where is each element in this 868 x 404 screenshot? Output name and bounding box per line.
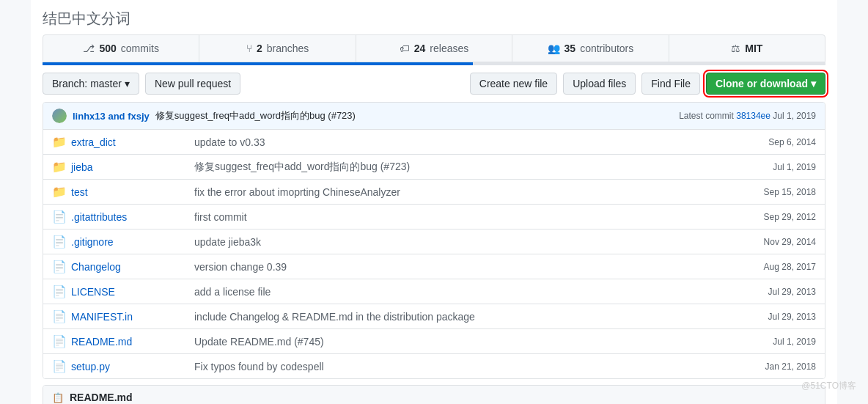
readme-header: 📋 README.md bbox=[43, 386, 825, 404]
table-row: 📄MANIFEST.ininclude Changelog & README.m… bbox=[43, 304, 825, 329]
file-message: 修复suggest_freq中add_word指向的bug (#723) bbox=[194, 161, 767, 174]
file-name[interactable]: Changelog bbox=[71, 261, 188, 273]
file-message: include Changelog & README.md in the dis… bbox=[194, 311, 762, 323]
file-date: Sep 15, 2018 bbox=[764, 187, 816, 197]
commit-message: 修复suggest_freq中add_word指向的bug (#723) bbox=[155, 109, 356, 122]
watermark: @51CTO博客 bbox=[801, 380, 856, 392]
table-row: 📄.gitattributesfirst commitSep 29, 2012 bbox=[43, 205, 825, 229]
page-wrapper: 结巴中文分词 ⎇ 500 commits ⑂ 2 branches 🏷 24 r… bbox=[31, 0, 837, 404]
file-icon: 📄 bbox=[52, 260, 65, 273]
release-label: releases bbox=[430, 43, 468, 54]
clone-or-download-button[interactable]: Clone or download bbox=[706, 73, 825, 95]
file-icon: 📄 bbox=[52, 334, 65, 348]
file-name[interactable]: README.md bbox=[71, 336, 188, 348]
table-row: 📄setup.pyFix typos found by codespellJan… bbox=[43, 354, 825, 378]
file-date: Jan 21, 2018 bbox=[765, 361, 816, 372]
folder-icon: 📁 bbox=[52, 185, 65, 199]
commit-meta: Latest commit 38134ee Jul 1, 2019 bbox=[679, 111, 816, 121]
file-name[interactable]: MANIFEST.in bbox=[71, 311, 188, 323]
commit-sha[interactable]: 38134ee bbox=[736, 111, 770, 121]
file-message: fix the error about imoprting ChineseAna… bbox=[194, 186, 758, 198]
table-row: 📄.gitignoreupdate jieba3kNov 29, 2014 bbox=[43, 229, 825, 254]
release-icon: 🏷 bbox=[400, 43, 410, 54]
commit-date: Jul 1, 2019 bbox=[773, 111, 816, 121]
file-date: Aug 28, 2017 bbox=[764, 262, 816, 272]
commit-authors[interactable]: linhx13 and fxsjy bbox=[73, 111, 150, 122]
readme-section: 📋 README.md bbox=[43, 385, 825, 404]
stat-contributors[interactable]: 👥 35 contributors bbox=[512, 35, 669, 62]
branch-count: 2 bbox=[257, 43, 262, 54]
folder-icon: 📁 bbox=[52, 160, 65, 174]
file-icon: 📄 bbox=[52, 210, 65, 224]
stat-commits[interactable]: ⎇ 500 commits bbox=[43, 35, 199, 62]
file-icon: 📄 bbox=[52, 309, 65, 323]
commit-prefix: Latest commit bbox=[679, 111, 734, 121]
file-date: Jul 1, 2019 bbox=[773, 337, 816, 347]
file-message: version change 0.39 bbox=[194, 261, 758, 273]
avatar bbox=[52, 109, 67, 123]
file-icon: 📄 bbox=[52, 359, 65, 373]
file-rows-container: 📁extra_dictupdate to v0.33Sep 6, 2014📁ji… bbox=[43, 130, 825, 378]
file-message: Fix typos found by codespell bbox=[194, 361, 760, 372]
license-label: MIT bbox=[745, 43, 762, 54]
file-date: Jul 29, 2013 bbox=[768, 287, 816, 297]
license-icon: ⚖ bbox=[731, 43, 740, 54]
table-row: 📄LICENSEadd a license fileJul 29, 2013 bbox=[43, 279, 825, 304]
contributor-count: 35 bbox=[564, 43, 576, 54]
readme-icon: 📋 bbox=[52, 392, 64, 403]
file-name[interactable]: test bbox=[71, 186, 188, 198]
create-new-file-button[interactable]: Create new file bbox=[470, 73, 557, 95]
contributor-label: contributors bbox=[580, 43, 633, 54]
table-row: 📁jieba修复suggest_freq中add_word指向的bug (#72… bbox=[43, 155, 825, 180]
toolbar-right: Create new file Upload files Find File C… bbox=[470, 73, 825, 95]
toolbar: Branch: master New pull request Create n… bbox=[31, 65, 837, 102]
contributor-icon: 👥 bbox=[548, 43, 560, 54]
branch-label: branches bbox=[267, 43, 309, 54]
file-message: update jieba3k bbox=[194, 236, 758, 248]
table-row: 📁testfix the error about imoprting Chine… bbox=[43, 180, 825, 205]
file-name[interactable]: .gitignore bbox=[71, 236, 188, 248]
file-name[interactable]: LICENSE bbox=[71, 286, 188, 298]
file-message: first commit bbox=[194, 211, 758, 223]
progress-fill bbox=[43, 62, 473, 65]
file-date: Sep 29, 2012 bbox=[764, 212, 816, 222]
commit-label: commits bbox=[121, 43, 159, 54]
file-icon: 📄 bbox=[52, 235, 65, 249]
file-table: linhx13 and fxsjy 修复suggest_freq中add_wor… bbox=[43, 102, 825, 379]
stat-branches[interactable]: ⑂ 2 branches bbox=[199, 35, 356, 62]
toolbar-left: Branch: master New pull request bbox=[43, 73, 240, 95]
repo-title: 结巴中文分词 bbox=[31, 0, 837, 34]
progress-bar bbox=[43, 62, 825, 65]
table-row: 📄README.mdUpdate README.md (#745)Jul 1, … bbox=[43, 329, 825, 354]
release-count: 24 bbox=[414, 43, 426, 54]
folder-icon: 📁 bbox=[52, 135, 65, 149]
stat-license[interactable]: ⚖ MIT bbox=[669, 35, 825, 62]
new-pull-request-button[interactable]: New pull request bbox=[145, 73, 240, 95]
file-name[interactable]: jieba bbox=[71, 161, 188, 173]
file-name[interactable]: setup.py bbox=[71, 361, 188, 372]
stat-releases[interactable]: 🏷 24 releases bbox=[356, 35, 512, 62]
file-message: add a license file bbox=[194, 286, 762, 298]
file-name[interactable]: extra_dict bbox=[71, 136, 188, 148]
commit-count: 500 bbox=[99, 43, 116, 54]
table-row: 📁extra_dictupdate to v0.33Sep 6, 2014 bbox=[43, 130, 825, 155]
branch-selector[interactable]: Branch: master bbox=[43, 73, 139, 95]
branch-icon: ⑂ bbox=[246, 43, 252, 54]
file-message: update to v0.33 bbox=[194, 136, 762, 148]
stats-bar: ⎇ 500 commits ⑂ 2 branches 🏷 24 releases… bbox=[43, 34, 825, 62]
readme-label: README.md bbox=[70, 392, 133, 403]
file-name[interactable]: .gitattributes bbox=[71, 211, 188, 223]
file-date: Sep 6, 2014 bbox=[768, 137, 816, 147]
file-message: Update README.md (#745) bbox=[194, 336, 767, 348]
file-date: Nov 29, 2014 bbox=[764, 237, 816, 247]
commit-icon: ⎇ bbox=[83, 43, 95, 54]
table-row: 📄Changelogversion change 0.39Aug 28, 201… bbox=[43, 254, 825, 279]
file-icon: 📄 bbox=[52, 284, 65, 298]
file-date: Jul 1, 2019 bbox=[773, 162, 816, 172]
find-file-button[interactable]: Find File bbox=[641, 73, 700, 95]
upload-files-button[interactable]: Upload files bbox=[563, 73, 636, 95]
file-date: Jul 29, 2013 bbox=[768, 312, 816, 322]
commit-row: linhx13 and fxsjy 修复suggest_freq中add_wor… bbox=[43, 103, 825, 130]
